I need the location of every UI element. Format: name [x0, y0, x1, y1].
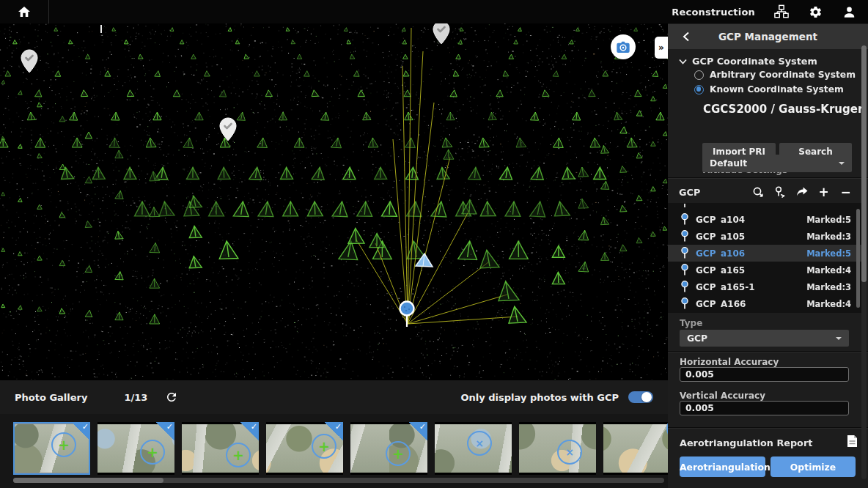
photo-thumbnail[interactable]: + [13, 422, 90, 475]
gcp-row-type: GCP [696, 232, 721, 242]
gcp-row-type: GCP [696, 248, 721, 259]
refresh-gallery-button[interactable] [165, 391, 178, 404]
export-gcp-button[interactable] [795, 186, 808, 199]
gcp-pin-icon [680, 264, 689, 276]
gcp-row[interactable]: GCPa165-1Marked:3 [668, 278, 861, 295]
remove-gcp-button[interactable]: − [839, 186, 852, 199]
radio-arbitrary-coordinate-system[interactable]: Arbitrary Coordinate System [694, 70, 856, 80]
vertical-accuracy-label: Vertical Accuracy [680, 391, 765, 401]
clipped-row-stub [684, 204, 685, 207]
filter-gcp-label: Only display photos with GCP [461, 392, 619, 403]
gcp-row-marked: Marked:4 [806, 265, 851, 276]
panel-title: GCP Management [718, 31, 817, 42]
photo-thumbnail[interactable]: × [519, 422, 596, 475]
photo-thumbnail[interactable]: + [182, 422, 259, 475]
sitemap-icon [774, 4, 789, 19]
optimize-button[interactable]: Optimize [770, 456, 856, 477]
thumbnail-strip: +++++××+ [0, 414, 668, 488]
thumbnail-row: +++++××+ [13, 422, 668, 475]
aerial-photo [603, 424, 668, 473]
gear-icon [809, 5, 823, 19]
document-icon [847, 435, 858, 448]
photo-thumbnail[interactable]: + [603, 422, 668, 475]
gcp-map-pin[interactable] [21, 49, 38, 73]
refocus-icon [752, 186, 764, 198]
gcp-marked-circle-icon: + [226, 443, 251, 467]
vertical-accuracy-input[interactable] [680, 401, 849, 415]
gcp-row[interactable]: GCPa105Marked:3 [668, 228, 861, 245]
chevron-left-icon [683, 32, 690, 42]
coord-system-section-toggle[interactable]: GCP Coordinate System [679, 56, 817, 67]
point-cloud-canvas[interactable] [0, 23, 668, 380]
gcp-map-pin[interactable] [219, 117, 237, 141]
photo-thumbnail[interactable]: + [350, 422, 427, 475]
pick-gcp-button[interactable] [773, 186, 786, 199]
pin-pick-icon [774, 186, 785, 198]
gcp-row-name: a106 [721, 248, 745, 259]
checked-badge-icon [409, 422, 427, 440]
horizontal-accuracy-label: Horizontal Accuracy [680, 357, 779, 367]
gcp-pin-icon [680, 297, 689, 310]
gcp-row-type: GCP [696, 215, 721, 225]
view-photo-button[interactable] [611, 34, 636, 59]
gcp-row-marked: Marked:4 [806, 299, 851, 309]
3d-viewport[interactable]: » [0, 23, 668, 380]
collapse-panel-button[interactable]: » [655, 37, 668, 59]
photo-thumbnail[interactable]: × [435, 422, 512, 475]
gcp-row-name: a105 [721, 232, 745, 242]
checked-badge-icon [325, 422, 343, 440]
gcp-list-scrollbar[interactable] [856, 209, 860, 308]
gcp-list: GCPa104Marked:5GCPa105Marked:3GCPa106Mar… [668, 203, 861, 313]
gcp-row[interactable]: GCPa104Marked:5 [668, 211, 861, 228]
gcp-marked-circle-icon: + [386, 441, 411, 466]
gcp-row[interactable]: GCPA166Marked:4 [668, 295, 861, 312]
gcp-row-marked: Marked:5 [806, 248, 851, 259]
gcp-marked-circle-icon: + [140, 440, 165, 465]
reconstruction-title: Reconstruction [672, 7, 755, 18]
refocus-gcp-button[interactable] [751, 186, 764, 199]
chevron-down-icon [679, 59, 687, 64]
radio-known-coordinate-system[interactable]: Known Coordinate System [694, 84, 844, 95]
aerotriangulation-report-label: Aerotriangulation Report [680, 437, 812, 448]
add-gcp-button[interactable]: + [817, 186, 830, 199]
photo-thumbnail[interactable]: + [98, 422, 174, 475]
radio-icon [694, 85, 704, 95]
horizontal-accuracy-input[interactable] [680, 367, 849, 382]
gcp-row-name: a104 [721, 215, 745, 225]
gcp-row[interactable]: GCPa165Marked:4 [668, 262, 861, 278]
home-button[interactable] [0, 0, 49, 23]
report-document-button[interactable] [847, 435, 858, 451]
gcp-row[interactable]: GCPa106Marked:5 [668, 245, 861, 262]
account-button[interactable] [842, 4, 856, 19]
gcp-row-marked: Marked:3 [806, 282, 851, 292]
gcp-map-pin[interactable] [433, 23, 450, 45]
gcp-section-header: GCP + − [679, 182, 852, 202]
crs-name: CGCS2000 / Gauss-Kruger CM 1... [703, 103, 864, 116]
thumbnail-scrollbar-track[interactable] [13, 478, 664, 483]
radio-label: Known Coordinate System [710, 84, 844, 95]
selected-gcp-pin[interactable] [397, 298, 417, 329]
photo-thumbnail[interactable]: + [266, 422, 343, 475]
toggle-knob [641, 392, 652, 402]
panel-scrollbar-thumb[interactable] [861, 45, 867, 282]
gcp-row-type: GCP [696, 265, 721, 276]
gcp-row-marked: Marked:5 [806, 215, 851, 225]
coord-system-label: GCP Coordinate System [692, 56, 817, 67]
workflow-button[interactable] [774, 4, 789, 19]
checked-badge-icon [156, 422, 174, 440]
top-bar: Reconstruction [0, 0, 868, 23]
settings-button[interactable] [808, 4, 823, 19]
altitude-value: Default [710, 158, 747, 169]
checked-badge-icon [72, 422, 90, 440]
aerotriangulation-button[interactable]: Aerotriangulation [680, 456, 765, 477]
filter-gcp-toggle[interactable] [628, 391, 653, 403]
type-dropdown[interactable]: GCP [680, 330, 849, 347]
thumbnail-scrollbar-thumb[interactable] [13, 478, 163, 483]
gcp-row-name: A166 [721, 299, 746, 309]
back-button[interactable] [680, 30, 693, 43]
altitude-dropdown[interactable]: Default [702, 155, 852, 172]
gcp-row-name: a165-1 [721, 282, 754, 292]
selected-camera-frustum [413, 251, 435, 269]
radio-icon [694, 70, 704, 80]
gcp-row-name: a165 [721, 265, 745, 276]
